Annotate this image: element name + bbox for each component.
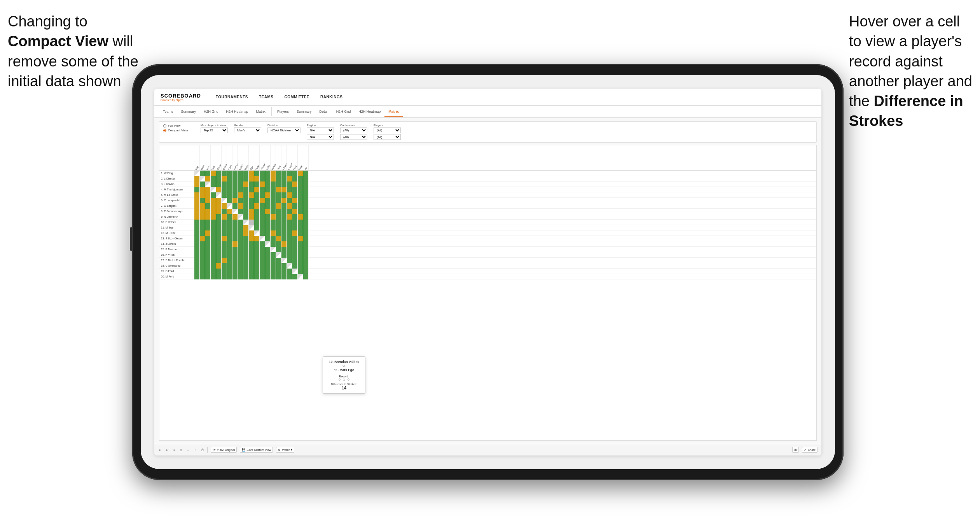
grid-cell[interactable]: [227, 236, 232, 241]
grid-cell[interactable]: [222, 236, 227, 241]
grid-cell[interactable]: [303, 192, 309, 198]
grid-cell[interactable]: [200, 258, 205, 263]
grid-cell[interactable]: [194, 176, 200, 181]
grid-cell[interactable]: [243, 187, 249, 192]
grid-cell[interactable]: [303, 198, 309, 203]
grid-cell[interactable]: [194, 214, 200, 220]
grid-cell[interactable]: [222, 187, 227, 192]
grid-cell[interactable]: [287, 198, 292, 203]
grid-cell[interactable]: [222, 176, 227, 181]
grid-cell[interactable]: [222, 258, 227, 263]
grid-cell[interactable]: [227, 198, 232, 203]
grid-cell[interactable]: [271, 230, 276, 236]
grid-cell[interactable]: [211, 236, 216, 241]
grid-cell[interactable]: [232, 241, 238, 247]
grid-cell[interactable]: [222, 247, 227, 252]
grid-cell[interactable]: [292, 192, 298, 198]
grid-cell[interactable]: [200, 236, 205, 241]
grid-cell[interactable]: [265, 176, 271, 181]
grid-cell[interactable]: [287, 187, 292, 192]
grid-cell[interactable]: [260, 214, 265, 220]
tab-matrix-active[interactable]: Matrix: [384, 107, 403, 117]
grid-cell[interactable]: [260, 192, 265, 198]
grid-cell[interactable]: [200, 225, 205, 230]
grid-cell[interactable]: [265, 263, 271, 269]
grid-cell[interactable]: [292, 176, 298, 181]
grid-cell[interactable]: [271, 269, 276, 274]
tab-teams[interactable]: Teams: [159, 107, 177, 117]
grid-cell[interactable]: [222, 198, 227, 203]
tab-h2h-grid2[interactable]: H2H Grid: [332, 107, 355, 117]
grid-cell[interactable]: [227, 241, 232, 247]
grid-cell[interactable]: [238, 171, 243, 176]
grid-cell[interactable]: [276, 209, 281, 214]
grid-cell[interactable]: [205, 269, 211, 274]
grid-cell[interactable]: [232, 269, 238, 274]
grid-cell[interactable]: [249, 171, 254, 176]
grid-cell[interactable]: [254, 176, 260, 181]
grid-cell[interactable]: [200, 187, 205, 192]
grid-cell[interactable]: [271, 203, 276, 209]
grid-cell[interactable]: [298, 252, 303, 258]
grid-cell[interactable]: [292, 241, 298, 247]
grid-cell[interactable]: [216, 236, 222, 241]
tab-summary2[interactable]: Summary: [293, 107, 316, 117]
grid-cell[interactable]: [265, 236, 271, 241]
grid-cell[interactable]: [227, 220, 232, 225]
grid-cell[interactable]: [260, 263, 265, 269]
grid-cell[interactable]: [276, 230, 281, 236]
grid-cell[interactable]: [249, 252, 254, 258]
grid-cell[interactable]: [200, 220, 205, 225]
grid-cell[interactable]: [281, 247, 287, 252]
grid-cell[interactable]: [249, 263, 254, 269]
grid-cell[interactable]: [216, 225, 222, 230]
grid-cell[interactable]: [254, 247, 260, 252]
grid-cell[interactable]: [243, 258, 249, 263]
grid-cell[interactable]: [205, 263, 211, 269]
grid-cell[interactable]: [287, 269, 292, 274]
grid-cell[interactable]: [303, 187, 309, 192]
grid-cell[interactable]: [216, 198, 222, 203]
grid-cell[interactable]: [200, 247, 205, 252]
grid-cell[interactable]: [222, 171, 227, 176]
grid-cell[interactable]: [205, 241, 211, 247]
grid-cell[interactable]: [292, 236, 298, 241]
grid-cell[interactable]: [276, 181, 281, 187]
grid-cell[interactable]: [238, 274, 243, 279]
grid-cell[interactable]: [298, 269, 303, 274]
grid-cell[interactable]: [260, 258, 265, 263]
grid-cell[interactable]: [243, 241, 249, 247]
grid-cell[interactable]: [292, 220, 298, 225]
grid-cell[interactable]: [254, 214, 260, 220]
grid-cell[interactable]: [216, 252, 222, 258]
grid-cell[interactable]: [276, 241, 281, 247]
grid-cell[interactable]: [211, 198, 216, 203]
grid-cell[interactable]: [298, 247, 303, 252]
grid-cell[interactable]: [216, 171, 222, 176]
grid-cell[interactable]: [238, 225, 243, 230]
grid-cell[interactable]: [298, 274, 303, 279]
grid-cell[interactable]: [276, 176, 281, 181]
grid-cell[interactable]: [238, 198, 243, 203]
grid-cell[interactable]: [232, 258, 238, 263]
grid-cell[interactable]: [303, 241, 309, 247]
grid-cell[interactable]: [200, 171, 205, 176]
grid-cell[interactable]: [254, 181, 260, 187]
grid-cell[interactable]: [276, 192, 281, 198]
grid-cell[interactable]: [287, 225, 292, 230]
grid-cell[interactable]: [227, 269, 232, 274]
grid-cell[interactable]: [243, 176, 249, 181]
grid-cell[interactable]: [281, 236, 287, 241]
grid-cell[interactable]: [271, 192, 276, 198]
grid-cell[interactable]: [281, 198, 287, 203]
grid-cell[interactable]: [281, 252, 287, 258]
grid-cell[interactable]: [271, 258, 276, 263]
grid-cell[interactable]: [265, 230, 271, 236]
grid-cell[interactable]: [243, 203, 249, 209]
grid-cell[interactable]: [211, 241, 216, 247]
grid-cell[interactable]: [227, 214, 232, 220]
grid-cell[interactable]: [249, 258, 254, 263]
max-players-select[interactable]: Top 25: [201, 127, 228, 133]
grid-cell[interactable]: [205, 192, 211, 198]
grid-cell[interactable]: [249, 236, 254, 241]
